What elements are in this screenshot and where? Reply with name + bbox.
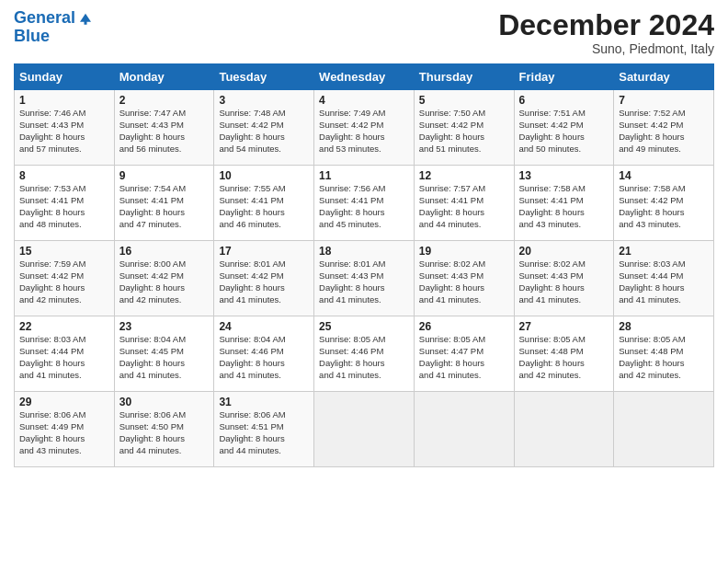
calendar-cell [514, 392, 614, 467]
day-detail: Sunrise: 7:49 AMSunset: 4:42 PMDaylight:… [319, 108, 409, 155]
header-row: Sunday Monday Tuesday Wednesday Thursday… [15, 64, 714, 90]
day-number: 1 [19, 94, 109, 107]
day-detail: Sunrise: 7:47 AMSunset: 4:43 PMDaylight:… [119, 108, 210, 155]
day-number: 19 [419, 245, 509, 258]
logo-icon [77, 10, 94, 27]
day-detail: Sunrise: 7:58 AMSunset: 4:42 PMDaylight:… [619, 183, 709, 230]
calendar-cell: 13Sunrise: 7:58 AMSunset: 4:41 PMDayligh… [514, 166, 614, 241]
day-detail: Sunrise: 8:03 AMSunset: 4:44 PMDaylight:… [19, 334, 109, 381]
day-detail: Sunrise: 7:58 AMSunset: 4:41 PMDaylight:… [519, 183, 609, 230]
calendar-cell: 6Sunrise: 7:51 AMSunset: 4:42 PMDaylight… [514, 90, 614, 166]
day-detail: Sunrise: 7:59 AMSunset: 4:42 PMDaylight:… [19, 259, 109, 305]
day-detail: Sunrise: 8:05 AMSunset: 4:46 PMDaylight:… [319, 334, 409, 381]
day-number: 3 [219, 94, 309, 107]
day-number: 24 [219, 320, 309, 333]
day-detail: Sunrise: 7:51 AMSunset: 4:42 PMDaylight:… [519, 108, 609, 155]
day-number: 2 [119, 94, 210, 107]
calendar-cell: 1Sunrise: 7:46 AMSunset: 4:43 PMDaylight… [15, 90, 115, 166]
day-number: 30 [119, 396, 210, 408]
logo-text2: Blue [14, 28, 94, 46]
day-number: 17 [219, 245, 309, 258]
calendar-cell: 9Sunrise: 7:54 AMSunset: 4:41 PMDaylight… [114, 166, 214, 241]
day-number: 15 [19, 245, 109, 258]
calendar-cell: 16Sunrise: 8:00 AMSunset: 4:42 PMDayligh… [114, 241, 214, 316]
calendar-week-5: 29Sunrise: 8:06 AMSunset: 4:49 PMDayligh… [15, 392, 714, 467]
col-friday: Friday [514, 64, 614, 90]
svg-rect-0 [85, 20, 87, 25]
title-area: December 2024 Suno, Piedmont, Italy [498, 9, 714, 56]
day-detail: Sunrise: 7:46 AMSunset: 4:43 PMDaylight:… [19, 108, 109, 155]
day-number: 11 [319, 169, 409, 182]
day-number: 20 [519, 245, 609, 258]
calendar-cell: 28Sunrise: 8:05 AMSunset: 4:48 PMDayligh… [614, 316, 714, 392]
day-number: 8 [19, 169, 109, 182]
month-title: December 2024 [498, 9, 714, 41]
day-detail: Sunrise: 8:03 AMSunset: 4:44 PMDaylight:… [619, 259, 709, 305]
day-detail: Sunrise: 7:56 AMSunset: 4:41 PMDaylight:… [319, 183, 409, 230]
day-number: 18 [319, 245, 409, 258]
day-detail: Sunrise: 8:06 AMSunset: 4:51 PMDaylight:… [219, 409, 309, 456]
calendar-cell: 11Sunrise: 7:56 AMSunset: 4:41 PMDayligh… [314, 166, 415, 241]
location: Suno, Piedmont, Italy [498, 41, 714, 56]
col-saturday: Saturday [614, 64, 714, 90]
day-detail: Sunrise: 7:55 AMSunset: 4:41 PMDaylight:… [219, 183, 309, 230]
day-number: 23 [119, 320, 210, 333]
calendar-table: Sunday Monday Tuesday Wednesday Thursday… [14, 63, 714, 467]
calendar-cell: 10Sunrise: 7:55 AMSunset: 4:41 PMDayligh… [214, 166, 314, 241]
header: General Blue December 2024 Suno, Piedmon… [14, 9, 714, 56]
day-detail: Sunrise: 8:00 AMSunset: 4:42 PMDaylight:… [119, 259, 210, 305]
calendar-cell: 19Sunrise: 8:02 AMSunset: 4:43 PMDayligh… [414, 241, 514, 316]
day-number: 16 [119, 245, 210, 258]
calendar-cell: 3Sunrise: 7:48 AMSunset: 4:42 PMDaylight… [214, 90, 314, 166]
day-detail: Sunrise: 7:48 AMSunset: 4:42 PMDaylight:… [219, 108, 309, 155]
logo-text: General [14, 9, 75, 28]
day-number: 22 [19, 320, 109, 333]
day-number: 7 [619, 94, 709, 107]
calendar-cell: 12Sunrise: 7:57 AMSunset: 4:41 PMDayligh… [414, 166, 514, 241]
col-wednesday: Wednesday [314, 64, 415, 90]
day-number: 4 [319, 94, 409, 107]
calendar-cell: 24Sunrise: 8:04 AMSunset: 4:46 PMDayligh… [214, 316, 314, 392]
day-number: 13 [519, 169, 609, 182]
logo: General Blue [14, 9, 94, 46]
day-detail: Sunrise: 8:02 AMSunset: 4:43 PMDaylight:… [519, 259, 609, 305]
day-detail: Sunrise: 7:57 AMSunset: 4:41 PMDaylight:… [419, 183, 509, 230]
day-detail: Sunrise: 8:05 AMSunset: 4:47 PMDaylight:… [419, 334, 509, 381]
calendar-cell: 17Sunrise: 8:01 AMSunset: 4:42 PMDayligh… [214, 241, 314, 316]
day-detail: Sunrise: 8:06 AMSunset: 4:49 PMDaylight:… [19, 409, 109, 456]
day-detail: Sunrise: 7:50 AMSunset: 4:42 PMDaylight:… [419, 108, 509, 155]
day-number: 12 [419, 169, 509, 182]
calendar-cell: 2Sunrise: 7:47 AMSunset: 4:43 PMDaylight… [114, 90, 214, 166]
calendar-cell: 25Sunrise: 8:05 AMSunset: 4:46 PMDayligh… [314, 316, 415, 392]
calendar-cell [414, 392, 514, 467]
day-number: 29 [19, 396, 109, 408]
day-number: 10 [219, 169, 309, 182]
calendar-cell: 31Sunrise: 8:06 AMSunset: 4:51 PMDayligh… [214, 392, 314, 467]
day-detail: Sunrise: 8:06 AMSunset: 4:50 PMDaylight:… [119, 409, 210, 456]
calendar-week-2: 8Sunrise: 7:53 AMSunset: 4:41 PMDaylight… [15, 166, 714, 241]
day-number: 14 [619, 169, 709, 182]
day-number: 26 [419, 320, 509, 333]
calendar-cell: 7Sunrise: 7:52 AMSunset: 4:42 PMDaylight… [614, 90, 714, 166]
day-detail: Sunrise: 8:05 AMSunset: 4:48 PMDaylight:… [619, 334, 709, 381]
calendar-page: General Blue December 2024 Suno, Piedmon… [0, 0, 728, 563]
calendar-cell: 8Sunrise: 7:53 AMSunset: 4:41 PMDaylight… [15, 166, 115, 241]
day-number: 9 [119, 169, 210, 182]
day-number: 6 [519, 94, 609, 107]
calendar-week-4: 22Sunrise: 8:03 AMSunset: 4:44 PMDayligh… [15, 316, 714, 392]
calendar-cell: 30Sunrise: 8:06 AMSunset: 4:50 PMDayligh… [114, 392, 214, 467]
calendar-cell [614, 392, 714, 467]
day-detail: Sunrise: 8:02 AMSunset: 4:43 PMDaylight:… [419, 259, 509, 305]
calendar-cell: 20Sunrise: 8:02 AMSunset: 4:43 PMDayligh… [514, 241, 614, 316]
day-detail: Sunrise: 8:04 AMSunset: 4:45 PMDaylight:… [119, 334, 210, 381]
day-number: 21 [619, 245, 709, 258]
day-detail: Sunrise: 8:04 AMSunset: 4:46 PMDaylight:… [219, 334, 309, 381]
day-number: 5 [419, 94, 509, 107]
calendar-cell: 22Sunrise: 8:03 AMSunset: 4:44 PMDayligh… [15, 316, 115, 392]
col-thursday: Thursday [414, 64, 514, 90]
day-number: 31 [219, 396, 309, 408]
day-detail: Sunrise: 8:01 AMSunset: 4:43 PMDaylight:… [319, 259, 409, 305]
day-detail: Sunrise: 8:05 AMSunset: 4:48 PMDaylight:… [519, 334, 609, 381]
col-sunday: Sunday [15, 64, 115, 90]
col-tuesday: Tuesday [214, 64, 314, 90]
